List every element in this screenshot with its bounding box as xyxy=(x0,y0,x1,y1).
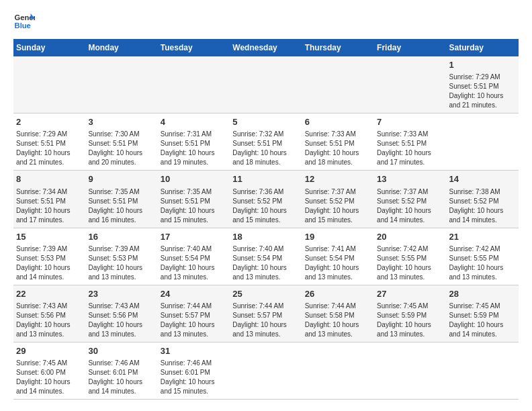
cell-content-line: Sunrise: 7:45 AM xyxy=(16,359,83,368)
cell-content-line: Sunrise: 7:43 AM xyxy=(88,302,154,311)
day-number: 25 xyxy=(232,288,299,300)
calendar-cell: 13Sunrise: 7:37 AMSunset: 5:52 PMDayligh… xyxy=(374,171,446,228)
calendar-week-2: 2Sunrise: 7:29 AMSunset: 5:51 PMDaylight… xyxy=(13,113,519,171)
cell-content-line: Sunrise: 7:46 AM xyxy=(161,359,227,368)
calendar-week-6: 29Sunrise: 7:45 AMSunset: 6:00 PMDayligh… xyxy=(13,342,519,399)
calendar-cell: 18Sunrise: 7:40 AMSunset: 5:54 PMDayligh… xyxy=(230,228,302,285)
cell-content-line: Daylight: 10 hours and 14 minutes. xyxy=(88,377,154,396)
header: General Blue xyxy=(13,11,519,32)
cell-content-line: Sunset: 5:51 PM xyxy=(88,197,154,206)
cell-content-line: Sunset: 5:58 PM xyxy=(305,311,371,320)
cell-content-line: Daylight: 10 hours and 13 minutes. xyxy=(305,263,371,282)
cell-content-line: Sunset: 5:54 PM xyxy=(305,254,371,263)
day-number: 16 xyxy=(88,231,154,243)
calendar-cell: 16Sunrise: 7:39 AMSunset: 5:53 PMDayligh… xyxy=(85,228,157,285)
day-number: 22 xyxy=(16,288,83,300)
calendar-cell: 31Sunrise: 7:46 AMSunset: 6:01 PMDayligh… xyxy=(158,342,230,399)
cell-content-line: Sunset: 5:52 PM xyxy=(305,197,371,206)
cell-content-line: Sunset: 6:00 PM xyxy=(16,368,83,377)
cell-content-line: Sunrise: 7:44 AM xyxy=(305,302,371,311)
day-number: 18 xyxy=(232,231,299,243)
day-number: 6 xyxy=(305,116,371,128)
day-number: 19 xyxy=(305,231,371,243)
cell-content-line: Sunset: 5:57 PM xyxy=(161,311,227,320)
day-number: 27 xyxy=(377,288,443,300)
cell-content-line: Sunset: 5:51 PM xyxy=(377,139,443,148)
cell-content-line: Daylight: 10 hours and 16 minutes. xyxy=(88,206,154,225)
cell-content-line: Sunset: 5:51 PM xyxy=(16,139,83,148)
cell-content-line: Sunrise: 7:43 AM xyxy=(16,302,83,311)
cell-content-line: Sunset: 5:51 PM xyxy=(232,139,299,148)
cell-content-line: Sunset: 5:55 PM xyxy=(377,254,443,263)
cell-content-line: Sunset: 5:57 PM xyxy=(232,311,299,320)
cell-content-line: Sunrise: 7:34 AM xyxy=(16,187,83,197)
calendar-cell: 19Sunrise: 7:41 AMSunset: 5:54 PMDayligh… xyxy=(302,228,374,285)
cell-content-line: Sunrise: 7:35 AM xyxy=(161,187,227,197)
cell-content-line: Sunrise: 7:35 AM xyxy=(88,187,154,197)
calendar-cell: 10Sunrise: 7:35 AMSunset: 5:51 PMDayligh… xyxy=(158,171,230,228)
cell-content-line: Sunrise: 7:32 AM xyxy=(232,130,299,139)
cell-content-line: Daylight: 10 hours and 13 minutes. xyxy=(449,263,516,282)
calendar-cell: 25Sunrise: 7:44 AMSunset: 5:57 PMDayligh… xyxy=(230,285,302,342)
cell-content-line: Sunset: 5:51 PM xyxy=(305,139,371,148)
day-number: 5 xyxy=(232,116,299,128)
cell-content-line: Sunrise: 7:41 AM xyxy=(305,244,371,254)
cell-content-line: Sunrise: 7:45 AM xyxy=(449,302,516,311)
logo-icon: General Blue xyxy=(13,11,35,32)
day-number: 15 xyxy=(16,231,83,243)
day-number: 26 xyxy=(305,288,371,300)
calendar-cell: 6Sunrise: 7:33 AMSunset: 5:51 PMDaylight… xyxy=(302,113,374,171)
cell-content-line: Sunset: 5:56 PM xyxy=(88,311,154,320)
calendar-cell: 11Sunrise: 7:36 AMSunset: 5:52 PMDayligh… xyxy=(230,171,302,228)
calendar-cell xyxy=(158,56,230,113)
day-number: 29 xyxy=(16,345,83,357)
calendar-cell xyxy=(302,342,374,399)
cell-content-line: Sunset: 6:01 PM xyxy=(161,368,227,377)
header-day-wednesday: Wednesday xyxy=(230,39,302,56)
header-day-sunday: Sunday xyxy=(13,39,85,56)
calendar-cell: 30Sunrise: 7:46 AMSunset: 6:01 PMDayligh… xyxy=(85,342,157,399)
day-number: 24 xyxy=(161,288,227,300)
cell-content-line: Daylight: 10 hours and 21 minutes. xyxy=(449,91,516,110)
cell-content-line: Sunset: 5:53 PM xyxy=(88,254,154,263)
calendar-cell: 3Sunrise: 7:30 AMSunset: 5:51 PMDaylight… xyxy=(85,113,157,171)
cell-content-line: Sunrise: 7:33 AM xyxy=(377,130,443,139)
cell-content-line: Sunrise: 7:40 AM xyxy=(232,244,299,254)
cell-content-line: Sunrise: 7:30 AM xyxy=(88,130,154,139)
calendar-week-3: 8Sunrise: 7:34 AMSunset: 5:51 PMDaylight… xyxy=(13,171,519,228)
day-number: 7 xyxy=(377,116,443,128)
cell-content-line: Sunrise: 7:45 AM xyxy=(377,302,443,311)
day-number: 11 xyxy=(232,173,299,185)
day-number: 1 xyxy=(449,59,516,71)
calendar-cell xyxy=(447,342,519,399)
day-number: 13 xyxy=(377,173,443,185)
cell-content-line: Sunset: 5:52 PM xyxy=(232,197,299,206)
calendar-cell: 17Sunrise: 7:40 AMSunset: 5:54 PMDayligh… xyxy=(158,228,230,285)
cell-content-line: Sunset: 5:54 PM xyxy=(232,254,299,263)
calendar-cell: 5Sunrise: 7:32 AMSunset: 5:51 PMDaylight… xyxy=(230,113,302,171)
calendar-cell xyxy=(85,56,157,113)
cell-content-line: Daylight: 10 hours and 17 minutes. xyxy=(377,148,443,167)
cell-content-line: Daylight: 10 hours and 20 minutes. xyxy=(88,148,154,167)
cell-content-line: Sunrise: 7:31 AM xyxy=(161,130,227,139)
calendar-cell: 26Sunrise: 7:44 AMSunset: 5:58 PMDayligh… xyxy=(302,285,374,342)
cell-content-line: Daylight: 10 hours and 15 minutes. xyxy=(161,377,227,396)
day-number: 17 xyxy=(161,231,227,243)
cell-content-line: Sunset: 5:51 PM xyxy=(16,197,83,206)
calendar-table: SundayMondayTuesdayWednesdayThursdayFrid… xyxy=(13,39,519,400)
cell-content-line: Daylight: 10 hours and 13 minutes. xyxy=(161,320,227,339)
cell-content-line: Daylight: 10 hours and 17 minutes. xyxy=(16,206,83,225)
calendar-cell: 20Sunrise: 7:42 AMSunset: 5:55 PMDayligh… xyxy=(374,228,446,285)
cell-content-line: Daylight: 10 hours and 21 minutes. xyxy=(16,148,83,167)
cell-content-line: Sunset: 5:56 PM xyxy=(16,311,83,320)
day-number: 21 xyxy=(449,231,516,243)
cell-content-line: Daylight: 10 hours and 19 minutes. xyxy=(161,148,227,167)
cell-content-line: Sunset: 5:59 PM xyxy=(377,311,443,320)
cell-content-line: Sunset: 6:01 PM xyxy=(88,368,154,377)
svg-text:Blue: Blue xyxy=(15,21,31,30)
calendar-cell: 8Sunrise: 7:34 AMSunset: 5:51 PMDaylight… xyxy=(13,171,85,228)
cell-content-line: Sunset: 5:51 PM xyxy=(88,139,154,148)
day-number: 20 xyxy=(377,231,443,243)
day-number: 31 xyxy=(161,345,227,357)
header-day-saturday: Saturday xyxy=(447,39,519,56)
